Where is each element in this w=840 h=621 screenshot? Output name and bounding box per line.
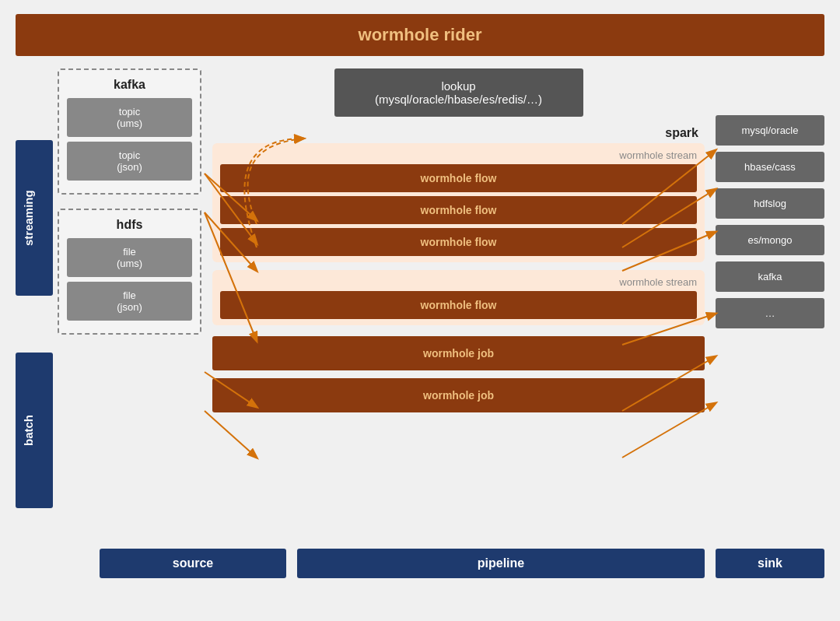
wormhole-job-1: wormhole job (212, 336, 705, 370)
wormhole-flow-4: wormhole flow (220, 291, 697, 319)
bottom-source-label: source (100, 549, 286, 578)
wormhole-flow-2: wormhole flow (220, 196, 697, 224)
hdfs-file-json: file(json) (67, 282, 192, 321)
sink-es-mongo: es/mongo (716, 225, 824, 255)
wormhole-stream-2: wormhole stream wormhole flow (212, 270, 705, 325)
wormhole-stream-1: wormhole stream wormhole flow wormhole f… (212, 143, 705, 262)
wormhole-stream-2-label: wormhole stream (220, 276, 697, 288)
source-column: kafka topic(ums) topic(json) hdfs file(u… (58, 68, 201, 541)
streaming-label: streaming (16, 140, 53, 296)
wormhole-flow-3: wormhole flow (220, 228, 697, 256)
hdfs-section: hdfs file(ums) file(json) (58, 209, 201, 335)
bottom-sink-label: sink (716, 549, 824, 578)
kafka-title: kafka (67, 78, 192, 92)
sink-hbase-cass: hbase/cass (716, 152, 824, 182)
wormhole-job-2: wormhole job (212, 378, 705, 412)
wormhole-flow-1: wormhole flow (220, 164, 697, 192)
pipeline-column: lookup(mysql/oracle/hbase/es/redis/…) sp… (212, 68, 705, 541)
sink-ellipsis: … (716, 298, 824, 328)
sink-column: mysql/oracle hbase/cass hdfslog es/mongo… (716, 68, 824, 541)
batch-label: batch (16, 353, 53, 508)
header-title: wormhole rider (359, 25, 482, 44)
wormhole-stream-1-label: wormhole stream (220, 149, 697, 161)
side-labels: streaming batch (16, 68, 53, 541)
diagram-container: wormhole rider streaming batch kafka top… (0, 0, 840, 621)
lookup-box: lookup(mysql/oracle/hbase/es/redis/…) (334, 68, 583, 117)
sink-kafka: kafka (716, 261, 824, 292)
wormhole-rider-bar: wormhole rider (16, 14, 824, 56)
kafka-topic-json: topic(json) (67, 142, 192, 181)
hdfs-file-ums: file(ums) (67, 238, 192, 277)
spark-label: spark (212, 126, 705, 140)
sink-mysql-oracle: mysql/oracle (716, 115, 824, 146)
sink-hdfslog: hdfslog (716, 188, 824, 219)
bottom-labels: source pipeline sink (16, 549, 824, 578)
kafka-section: kafka topic(ums) topic(json) (58, 68, 201, 195)
kafka-topic-ums: topic(ums) (67, 98, 192, 137)
hdfs-title: hdfs (67, 218, 192, 232)
bottom-pipeline-label: pipeline (297, 549, 705, 578)
